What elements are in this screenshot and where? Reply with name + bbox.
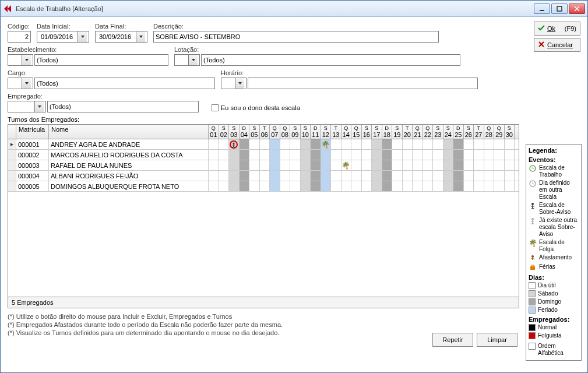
cell-day-21[interactable] (413, 139, 423, 149)
cell-day-27[interactable] (474, 171, 484, 181)
cell-day-26[interactable] (464, 181, 474, 191)
empregado-input[interactable] (47, 101, 199, 112)
cell-day-30[interactable] (505, 171, 515, 181)
cell-day-23[interactable] (433, 171, 443, 181)
cell-day-19[interactable] (392, 171, 403, 181)
codigo-input[interactable] (8, 31, 31, 43)
cell-day-03[interactable] (229, 139, 240, 149)
cell-day-06[interactable] (260, 171, 270, 181)
cell-day-14[interactable]: 🌴 (341, 160, 352, 170)
cell-day-15[interactable] (351, 181, 362, 191)
cell-day-08[interactable] (280, 139, 291, 149)
table-row[interactable]: 000003RAFAEL DE PAULA NUNES🌴 (8, 160, 519, 171)
cell-day-18[interactable] (382, 171, 393, 181)
cell-day-03[interactable] (229, 160, 240, 170)
row-selector[interactable] (8, 160, 16, 170)
cell-day-08[interactable] (280, 181, 291, 191)
cell-day-07[interactable] (270, 139, 280, 149)
cell-day-08[interactable] (280, 150, 291, 160)
cell-day-02[interactable] (219, 139, 230, 149)
cell-day-29[interactable] (494, 139, 505, 149)
cell-day-15[interactable] (351, 171, 362, 181)
cell-day-08[interactable] (280, 160, 291, 170)
repetir-button[interactable]: Repetir (432, 333, 473, 347)
cell-day-22[interactable] (423, 150, 434, 160)
cell-day-07[interactable] (270, 150, 280, 160)
cell-day-05[interactable] (249, 150, 260, 160)
cell-day-15[interactable] (351, 150, 362, 160)
cell-day-20[interactable] (403, 139, 413, 149)
horario-input[interactable] (248, 78, 478, 89)
cell-day-06[interactable] (260, 181, 270, 191)
cell-day-28[interactable] (484, 160, 495, 170)
cell-day-25[interactable] (453, 150, 464, 160)
cell-day-23[interactable] (433, 139, 443, 149)
chevron-down-icon[interactable] (136, 31, 145, 42)
cell-day-20[interactable] (403, 171, 413, 181)
cell-day-27[interactable] (474, 150, 484, 160)
cell-day-04[interactable] (240, 181, 250, 191)
cell-day-02[interactable] (219, 181, 230, 191)
cell-day-09[interactable] (290, 181, 301, 191)
cell-day-04[interactable] (240, 139, 250, 149)
cell-day-22[interactable] (423, 139, 434, 149)
cell-day-05[interactable] (249, 139, 260, 149)
cell-day-24[interactable] (443, 150, 454, 160)
cell-day-25[interactable] (453, 160, 464, 170)
cell-day-29[interactable] (494, 160, 505, 170)
cell-day-29[interactable] (494, 171, 505, 181)
cell-day-09[interactable] (290, 139, 301, 149)
row-selector[interactable] (8, 139, 16, 149)
data-final-combo[interactable]: 30/09/2016 (95, 31, 147, 43)
cell-day-30[interactable] (505, 181, 515, 191)
maximize-button[interactable] (551, 3, 568, 14)
lotacao-input[interactable] (201, 54, 460, 66)
cell-day-15[interactable] (351, 160, 362, 170)
cell-day-10[interactable] (301, 139, 311, 149)
cell-day-24[interactable] (443, 171, 454, 181)
cell-day-19[interactable] (392, 139, 403, 149)
cell-day-05[interactable] (249, 160, 260, 170)
cell-day-19[interactable] (392, 160, 403, 170)
empregado-code-combo[interactable] (8, 101, 46, 112)
cell-day-09[interactable] (290, 171, 301, 181)
cell-day-12[interactable] (321, 171, 332, 181)
cell-day-24[interactable] (443, 160, 454, 170)
cell-day-13[interactable] (331, 160, 341, 170)
cell-day-20[interactable] (403, 150, 413, 160)
cell-day-22[interactable] (423, 181, 434, 191)
cell-day-13[interactable] (331, 139, 341, 149)
cell-day-23[interactable] (433, 150, 443, 160)
cell-day-10[interactable] (301, 171, 311, 181)
lotacao-code-combo[interactable] (174, 54, 200, 66)
cell-day-26[interactable] (464, 150, 474, 160)
cell-day-15[interactable] (351, 139, 362, 149)
cell-day-30[interactable] (505, 160, 515, 170)
cell-day-02[interactable] (219, 150, 230, 160)
ordem-checkbox[interactable] (529, 343, 536, 350)
cell-day-28[interactable] (484, 150, 495, 160)
cell-day-17[interactable] (372, 181, 382, 191)
cell-day-29[interactable] (494, 181, 505, 191)
cell-day-07[interactable] (270, 160, 280, 170)
cell-day-23[interactable] (433, 181, 443, 191)
row-selector[interactable] (8, 150, 16, 160)
cell-day-19[interactable] (392, 150, 403, 160)
cell-day-09[interactable] (290, 150, 301, 160)
cell-day-21[interactable] (413, 181, 423, 191)
cell-day-28[interactable] (484, 139, 495, 149)
cell-day-24[interactable] (443, 139, 454, 149)
cancel-button[interactable]: Cancelar (534, 38, 580, 52)
cell-day-17[interactable] (372, 139, 382, 149)
close-button[interactable] (569, 3, 585, 14)
cell-day-11[interactable] (311, 181, 321, 191)
cell-day-10[interactable] (301, 150, 311, 160)
cell-day-12[interactable] (321, 150, 332, 160)
cell-day-07[interactable] (270, 181, 280, 191)
cell-day-05[interactable] (249, 181, 260, 191)
cell-day-16[interactable] (362, 150, 372, 160)
cell-day-19[interactable] (392, 181, 403, 191)
cell-day-18[interactable] (382, 181, 393, 191)
cell-day-10[interactable] (301, 181, 311, 191)
cell-day-12[interactable] (321, 160, 332, 170)
